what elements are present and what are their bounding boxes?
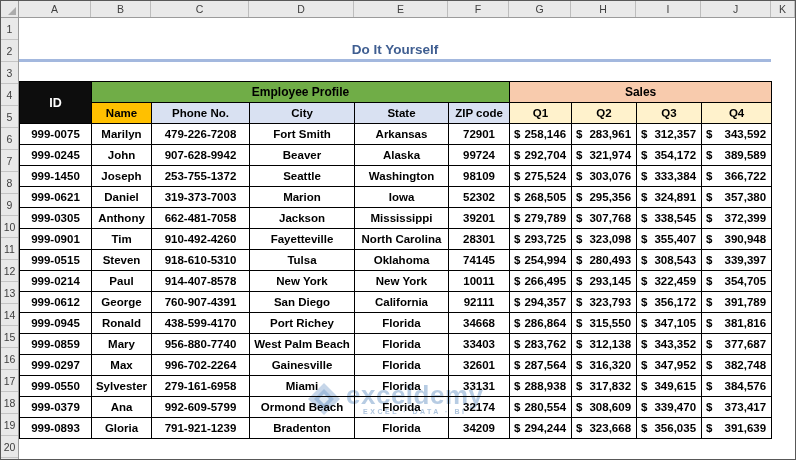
cell-id[interactable]: 999-0945	[20, 313, 92, 334]
cell-q3[interactable]: $347,105	[637, 313, 702, 334]
cell-name[interactable]: Joseph	[92, 166, 152, 187]
cell-q2[interactable]: $316,320	[572, 355, 637, 376]
cell-id[interactable]: 999-0893	[20, 418, 92, 439]
state-column-header[interactable]: State	[355, 103, 449, 124]
cell-q1[interactable]: $275,524	[510, 166, 572, 187]
employee-profile-group-header[interactable]: Employee Profile	[92, 82, 510, 103]
zip-column-header[interactable]: ZIP code	[449, 103, 510, 124]
cell-phone[interactable]: 662-481-7058	[152, 208, 250, 229]
cell-state[interactable]: Arkansas	[355, 124, 449, 145]
cell-id[interactable]: 999-0612	[20, 292, 92, 313]
cell-zip[interactable]: 32601	[449, 355, 510, 376]
cell-name[interactable]: Ana	[92, 397, 152, 418]
cell-q4[interactable]: $391,639	[702, 418, 772, 439]
cell-id[interactable]: 999-0214	[20, 271, 92, 292]
cell-q3[interactable]: $308,543	[637, 250, 702, 271]
row-header-12[interactable]: 12	[1, 260, 18, 282]
cell-q4[interactable]: $373,417	[702, 397, 772, 418]
cell-id[interactable]: 999-0859	[20, 334, 92, 355]
cell-q2[interactable]: $323,793	[572, 292, 637, 313]
cell-state[interactable]: Iowa	[355, 187, 449, 208]
row-header-2[interactable]: 2	[1, 40, 18, 62]
cell-q3[interactable]: $355,407	[637, 229, 702, 250]
cell-id[interactable]: 999-0297	[20, 355, 92, 376]
cell-name[interactable]: Anthony	[92, 208, 152, 229]
row-header-5[interactable]: 5	[1, 106, 18, 128]
cell-q3[interactable]: $356,035	[637, 418, 702, 439]
q4-column-header[interactable]: Q4	[702, 103, 772, 124]
cell-state[interactable]: Mississippi	[355, 208, 449, 229]
cell-name[interactable]: Daniel	[92, 187, 152, 208]
cell-zip[interactable]: 52302	[449, 187, 510, 208]
cell-q2[interactable]: $317,832	[572, 376, 637, 397]
cell-phone[interactable]: 918-610-5310	[152, 250, 250, 271]
q3-column-header[interactable]: Q3	[637, 103, 702, 124]
cell-name[interactable]: Sylvester	[92, 376, 152, 397]
cell-q4[interactable]: $339,397	[702, 250, 772, 271]
cell-q4[interactable]: $391,789	[702, 292, 772, 313]
column-header-I[interactable]: I	[636, 1, 701, 17]
cell-q1[interactable]: $293,725	[510, 229, 572, 250]
row-header-18[interactable]: 18	[1, 392, 18, 414]
cell-zip[interactable]: 74145	[449, 250, 510, 271]
title-cell[interactable]: Do It Yourself	[19, 40, 771, 62]
row-header-11[interactable]: 11	[1, 238, 18, 260]
column-header-F[interactable]: F	[448, 1, 509, 17]
cell-q4[interactable]: $389,589	[702, 145, 772, 166]
cell-state[interactable]: Washington	[355, 166, 449, 187]
cell-phone[interactable]: 760-907-4391	[152, 292, 250, 313]
row-header-13[interactable]: 13	[1, 282, 18, 304]
cell-state[interactable]: North Carolina	[355, 229, 449, 250]
cell-name[interactable]: Steven	[92, 250, 152, 271]
cell-city[interactable]: San Diego	[250, 292, 355, 313]
column-header-C[interactable]: C	[151, 1, 249, 17]
cell-zip[interactable]: 39201	[449, 208, 510, 229]
cell-q3[interactable]: $322,459	[637, 271, 702, 292]
cell-q1[interactable]: $266,495	[510, 271, 572, 292]
column-header-D[interactable]: D	[249, 1, 354, 17]
cell-zip[interactable]: 33131	[449, 376, 510, 397]
cell-zip[interactable]: 10011	[449, 271, 510, 292]
cell-name[interactable]: Ronald	[92, 313, 152, 334]
column-header-J[interactable]: J	[701, 1, 771, 17]
cell-phone[interactable]: 438-599-4170	[152, 313, 250, 334]
cell-q1[interactable]: $279,789	[510, 208, 572, 229]
cell-phone[interactable]: 253-755-1372	[152, 166, 250, 187]
cell-zip[interactable]: 33403	[449, 334, 510, 355]
cell-q2[interactable]: $323,098	[572, 229, 637, 250]
cell-phone[interactable]: 956-880-7740	[152, 334, 250, 355]
cell-state[interactable]: Florida	[355, 355, 449, 376]
cell-q4[interactable]: $382,748	[702, 355, 772, 376]
cell-city[interactable]: Beaver	[250, 145, 355, 166]
phone-column-header[interactable]: Phone No.	[152, 103, 250, 124]
cell-q4[interactable]: $377,687	[702, 334, 772, 355]
cell-q3[interactable]: $343,352	[637, 334, 702, 355]
cell-name[interactable]: George	[92, 292, 152, 313]
cell-q2[interactable]: $293,145	[572, 271, 637, 292]
row-header-19[interactable]: 19	[1, 414, 18, 436]
row-header-4[interactable]: 4	[1, 84, 18, 106]
cell-city[interactable]: West Palm Beach	[250, 334, 355, 355]
cell-state[interactable]: California	[355, 292, 449, 313]
cell-state[interactable]: Florida	[355, 397, 449, 418]
cell-q1[interactable]: $294,357	[510, 292, 572, 313]
cell-zip[interactable]: 92111	[449, 292, 510, 313]
cell-phone[interactable]: 907-628-9942	[152, 145, 250, 166]
row-header-9[interactable]: 9	[1, 194, 18, 216]
row-header-14[interactable]: 14	[1, 304, 18, 326]
cell-q3[interactable]: $324,891	[637, 187, 702, 208]
row-header-15[interactable]: 15	[1, 326, 18, 348]
cell-q3[interactable]: $312,357	[637, 124, 702, 145]
cell-q3[interactable]: $354,172	[637, 145, 702, 166]
row-header-1[interactable]: 1	[1, 18, 18, 40]
cell-q2[interactable]: $307,768	[572, 208, 637, 229]
cell-q1[interactable]: $258,146	[510, 124, 572, 145]
cell-phone[interactable]: 791-921-1239	[152, 418, 250, 439]
id-column-header[interactable]: ID	[20, 82, 92, 124]
cell-name[interactable]: John	[92, 145, 152, 166]
cell-id[interactable]: 999-0550	[20, 376, 92, 397]
cell-q4[interactable]: $354,705	[702, 271, 772, 292]
cell-q2[interactable]: $323,668	[572, 418, 637, 439]
row-header-3[interactable]: 3	[1, 62, 18, 84]
cell-zip[interactable]: 34668	[449, 313, 510, 334]
